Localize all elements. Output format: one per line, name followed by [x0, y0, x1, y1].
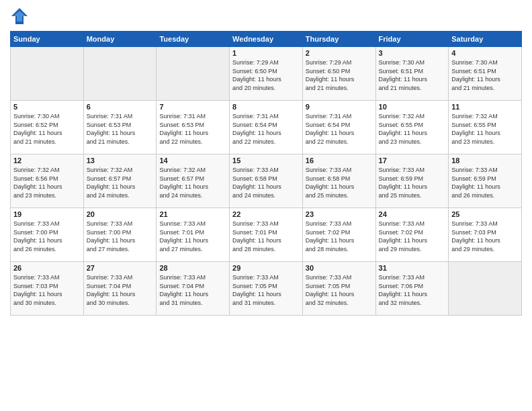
- day-number: 20: [87, 210, 154, 218]
- calendar-cell: 20Sunrise: 7:33 AM Sunset: 7:00 PM Dayli…: [83, 208, 157, 262]
- header: [10, 7, 522, 26]
- day-number: 24: [379, 210, 446, 218]
- day-number: 3: [379, 49, 446, 57]
- calendar-cell: 31Sunrise: 7:33 AM Sunset: 7:06 PM Dayli…: [375, 262, 449, 316]
- day-info: Sunrise: 7:33 AM Sunset: 7:05 PM Dayligh…: [306, 273, 373, 307]
- day-number: 2: [306, 49, 373, 57]
- day-number: 27: [87, 264, 154, 272]
- day-number: 14: [159, 156, 226, 165]
- day-info: Sunrise: 7:32 AM Sunset: 6:57 PM Dayligh…: [159, 166, 226, 199]
- calendar-cell: 8Sunrise: 7:31 AM Sunset: 6:54 PM Daylig…: [230, 101, 303, 154]
- calendar-cell: 15Sunrise: 7:33 AM Sunset: 6:58 PM Dayli…: [230, 154, 303, 208]
- day-number: 29: [232, 264, 300, 272]
- calendar-cell: 11Sunrise: 7:32 AM Sunset: 6:55 PM Dayli…: [449, 101, 522, 154]
- day-info: Sunrise: 7:29 AM Sunset: 6:50 PM Dayligh…: [232, 58, 300, 92]
- day-info: Sunrise: 7:30 AM Sunset: 6:51 PM Dayligh…: [451, 58, 519, 92]
- day-info: Sunrise: 7:32 AM Sunset: 6:55 PM Dayligh…: [451, 112, 519, 146]
- day-number: 31: [379, 264, 446, 272]
- calendar-cell: 1Sunrise: 7:29 AM Sunset: 6:50 PM Daylig…: [230, 47, 303, 101]
- header-row: SundayMondayTuesdayWednesdayThursdayFrid…: [11, 32, 522, 47]
- calendar-cell: 12Sunrise: 7:32 AM Sunset: 6:56 PM Dayli…: [11, 154, 84, 208]
- col-header-monday: Monday: [83, 32, 157, 47]
- calendar-cell: 2Sunrise: 7:29 AM Sunset: 6:50 PM Daylig…: [302, 47, 375, 101]
- day-info: Sunrise: 7:33 AM Sunset: 7:01 PM Dayligh…: [159, 220, 226, 253]
- day-info: Sunrise: 7:33 AM Sunset: 6:59 PM Dayligh…: [379, 166, 446, 199]
- week-row-1: 1Sunrise: 7:29 AM Sunset: 6:50 PM Daylig…: [11, 47, 522, 101]
- calendar-cell: 19Sunrise: 7:33 AM Sunset: 7:00 PM Dayli…: [11, 208, 84, 262]
- day-info: Sunrise: 7:33 AM Sunset: 7:03 PM Dayligh…: [451, 220, 519, 253]
- day-info: Sunrise: 7:33 AM Sunset: 7:03 PM Dayligh…: [13, 273, 81, 307]
- calendar-cell: 6Sunrise: 7:31 AM Sunset: 6:53 PM Daylig…: [83, 101, 157, 154]
- col-header-friday: Friday: [375, 32, 449, 47]
- calendar-cell: 27Sunrise: 7:33 AM Sunset: 7:04 PM Dayli…: [83, 262, 157, 316]
- calendar-cell: 26Sunrise: 7:33 AM Sunset: 7:03 PM Dayli…: [11, 262, 84, 316]
- logo: [10, 7, 32, 26]
- day-number: 12: [13, 156, 81, 165]
- day-number: 1: [232, 49, 300, 57]
- day-info: Sunrise: 7:33 AM Sunset: 6:58 PM Dayligh…: [306, 166, 373, 199]
- day-info: Sunrise: 7:30 AM Sunset: 6:52 PM Dayligh…: [13, 112, 81, 146]
- calendar-cell: 4Sunrise: 7:30 AM Sunset: 6:51 PM Daylig…: [449, 47, 522, 101]
- day-number: 19: [13, 210, 81, 218]
- week-row-2: 5Sunrise: 7:30 AM Sunset: 6:52 PM Daylig…: [11, 101, 522, 154]
- day-info: Sunrise: 7:33 AM Sunset: 7:00 PM Dayligh…: [87, 220, 154, 253]
- day-info: Sunrise: 7:33 AM Sunset: 7:02 PM Dayligh…: [379, 220, 446, 253]
- calendar-cell: 28Sunrise: 7:33 AM Sunset: 7:04 PM Dayli…: [157, 262, 230, 316]
- day-number: 15: [232, 156, 300, 165]
- week-row-3: 12Sunrise: 7:32 AM Sunset: 6:56 PM Dayli…: [11, 154, 522, 208]
- day-number: 4: [451, 49, 519, 57]
- col-header-wednesday: Wednesday: [230, 32, 303, 47]
- col-header-thursday: Thursday: [302, 32, 375, 47]
- calendar-cell: 5Sunrise: 7:30 AM Sunset: 6:52 PM Daylig…: [11, 101, 84, 154]
- day-info: Sunrise: 7:32 AM Sunset: 6:55 PM Dayligh…: [379, 112, 446, 146]
- day-info: Sunrise: 7:32 AM Sunset: 6:57 PM Dayligh…: [87, 166, 154, 199]
- calendar-cell: 24Sunrise: 7:33 AM Sunset: 7:02 PM Dayli…: [375, 208, 449, 262]
- calendar-cell: 29Sunrise: 7:33 AM Sunset: 7:05 PM Dayli…: [230, 262, 303, 316]
- calendar-cell: 7Sunrise: 7:31 AM Sunset: 6:53 PM Daylig…: [157, 101, 230, 154]
- col-header-tuesday: Tuesday: [157, 32, 230, 47]
- calendar-cell: [11, 47, 84, 101]
- calendar-cell: 10Sunrise: 7:32 AM Sunset: 6:55 PM Dayli…: [375, 101, 449, 154]
- day-info: Sunrise: 7:33 AM Sunset: 7:00 PM Dayligh…: [13, 220, 81, 253]
- calendar-cell: 17Sunrise: 7:33 AM Sunset: 6:59 PM Dayli…: [375, 154, 449, 208]
- day-number: 5: [13, 103, 81, 111]
- day-number: 6: [87, 103, 154, 111]
- col-header-saturday: Saturday: [449, 32, 522, 47]
- day-number: 22: [232, 210, 300, 218]
- day-number: 28: [159, 264, 226, 272]
- day-number: 30: [306, 264, 373, 272]
- day-number: 18: [451, 156, 519, 165]
- day-info: Sunrise: 7:31 AM Sunset: 6:54 PM Dayligh…: [306, 112, 373, 146]
- calendar-cell: 3Sunrise: 7:30 AM Sunset: 6:51 PM Daylig…: [375, 47, 449, 101]
- day-number: 26: [13, 264, 81, 272]
- calendar-table: SundayMondayTuesdayWednesdayThursdayFrid…: [10, 31, 522, 316]
- calendar-cell: 18Sunrise: 7:33 AM Sunset: 6:59 PM Dayli…: [449, 154, 522, 208]
- calendar-cell: 14Sunrise: 7:32 AM Sunset: 6:57 PM Dayli…: [157, 154, 230, 208]
- day-number: 13: [87, 156, 154, 165]
- day-number: 25: [451, 210, 519, 218]
- day-info: Sunrise: 7:33 AM Sunset: 7:01 PM Dayligh…: [232, 220, 300, 253]
- calendar-cell: [157, 47, 230, 101]
- calendar-cell: [449, 262, 522, 316]
- day-number: 8: [232, 103, 300, 111]
- calendar-cell: 23Sunrise: 7:33 AM Sunset: 7:02 PM Dayli…: [302, 208, 375, 262]
- day-number: 11: [451, 103, 519, 111]
- day-number: 16: [306, 156, 373, 165]
- week-row-4: 19Sunrise: 7:33 AM Sunset: 7:00 PM Dayli…: [11, 208, 522, 262]
- calendar-cell: 21Sunrise: 7:33 AM Sunset: 7:01 PM Dayli…: [157, 208, 230, 262]
- calendar-cell: 25Sunrise: 7:33 AM Sunset: 7:03 PM Dayli…: [449, 208, 522, 262]
- day-info: Sunrise: 7:33 AM Sunset: 7:02 PM Dayligh…: [306, 220, 373, 253]
- day-info: Sunrise: 7:31 AM Sunset: 6:53 PM Dayligh…: [87, 112, 154, 146]
- day-info: Sunrise: 7:30 AM Sunset: 6:51 PM Dayligh…: [379, 58, 446, 92]
- col-header-sunday: Sunday: [11, 32, 84, 47]
- calendar-cell: 16Sunrise: 7:33 AM Sunset: 6:58 PM Dayli…: [302, 154, 375, 208]
- day-info: Sunrise: 7:33 AM Sunset: 7:04 PM Dayligh…: [159, 273, 226, 307]
- day-number: 21: [159, 210, 226, 218]
- logo-icon: [10, 7, 29, 26]
- calendar-cell: [83, 47, 157, 101]
- day-info: Sunrise: 7:32 AM Sunset: 6:56 PM Dayligh…: [13, 166, 81, 199]
- day-info: Sunrise: 7:33 AM Sunset: 7:05 PM Dayligh…: [232, 273, 300, 307]
- day-info: Sunrise: 7:33 AM Sunset: 7:06 PM Dayligh…: [379, 273, 446, 307]
- day-info: Sunrise: 7:31 AM Sunset: 6:53 PM Dayligh…: [159, 112, 226, 146]
- page: SundayMondayTuesdayWednesdayThursdayFrid…: [0, 0, 532, 411]
